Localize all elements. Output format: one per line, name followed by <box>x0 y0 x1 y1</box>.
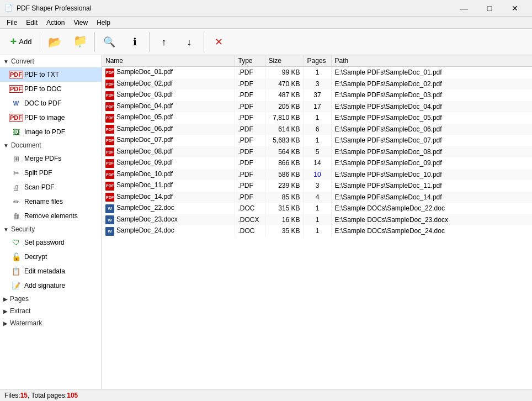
main-layout: ▼ConvertPDFPDF to TXTPDFPDF to DOCWDOC t… <box>0 55 532 389</box>
file-path-cell: E:\Sample PDFs\SampleDoc_08.pdf <box>331 146 532 158</box>
file-pages-cell: 1 <box>304 214 331 226</box>
file-size-cell: 85 KB <box>265 192 304 203</box>
split-icon: ✂ <box>11 168 21 178</box>
sidebar-item-label: Remove elements <box>24 212 78 220</box>
file-path-cell: E:\Sample PDFs\SampleDoc_07.pdf <box>331 135 532 146</box>
sort-asc-button[interactable]: ↑ <box>152 30 176 54</box>
table-row[interactable]: PDFSampleDoc_04.pdf.PDF205 KB17E:\Sample… <box>102 101 532 113</box>
file-name-cell: PDFSampleDoc_14.pdf <box>102 192 235 203</box>
sidebar-item-split-pdf[interactable]: ✂Split PDF <box>0 166 102 180</box>
sidebar-item-merge-pdfs[interactable]: ⊞Merge PDFs <box>0 151 102 166</box>
table-row[interactable]: PDFSampleDoc_06.pdf.PDF614 KB6E:\Sample … <box>102 124 532 135</box>
table-row[interactable]: WSampleDoc_24.doc.DOC35 KB1E:\Sample DOC… <box>102 225 532 237</box>
remove-icon: 🗑 <box>11 211 21 221</box>
menu-item-edit[interactable]: Edit <box>22 18 42 28</box>
table-row[interactable]: PDFSampleDoc_07.pdf.PDF5,683 KB1E:\Sampl… <box>102 135 532 146</box>
file-name: SampleDoc_05.pdf <box>116 113 173 121</box>
table-row[interactable]: WSampleDoc_22.doc.DOC315 KB1E:\Sample DO… <box>102 203 532 214</box>
sidebar-item-doc-to-pdf[interactable]: WDOC to PDF <box>0 96 102 110</box>
menu-item-file[interactable]: File <box>2 18 22 28</box>
open-folder-button[interactable]: 📂 <box>42 30 67 54</box>
table-row[interactable]: PDFSampleDoc_01.pdf.PDF99 KB1E:\Sample P… <box>102 67 532 78</box>
table-row[interactable]: PDFSampleDoc_10.pdf.PDF586 KB10E:\Sample… <box>102 169 532 181</box>
file-path-cell: E:\Sample PDFs\SampleDoc_01.pdf <box>331 67 532 78</box>
sidebar-item-pdf-to-doc[interactable]: PDFPDF to DOC <box>0 82 102 96</box>
file-type-cell: .PDF <box>235 89 265 101</box>
delete-button[interactable]: ✕ <box>206 30 231 54</box>
file-name: SampleDoc_02.pdf <box>116 80 173 87</box>
sidebar-section-convert[interactable]: ▼Convert <box>0 55 102 67</box>
sidebar-section-label: Document <box>11 141 41 149</box>
sidebar-section-pages[interactable]: ▶Pages <box>0 293 102 305</box>
table-row[interactable]: PDFSampleDoc_02.pdf.PDF470 KB3E:\Sample … <box>102 78 532 90</box>
info-button[interactable]: ℹ <box>123 30 147 54</box>
sidebar-section-label: Watermark <box>10 319 42 327</box>
sidebar-item-edit-metadata[interactable]: 📋Edit metadata <box>0 264 102 278</box>
chevron-icon: ▶ <box>3 308 8 314</box>
sidebar-item-decrypt[interactable]: 🔓Decrypt <box>0 250 102 264</box>
add-folder-button[interactable]: 📁 + <box>68 30 92 54</box>
file-type-cell: .PDF <box>235 135 265 146</box>
table-row[interactable]: PDFSampleDoc_11.pdf.PDF239 KB3E:\Sample … <box>102 180 532 192</box>
sidebar-section-label: Extract <box>10 307 30 315</box>
table-row[interactable]: PDFSampleDoc_03.pdf.PDF487 KB37E:\Sample… <box>102 89 532 101</box>
file-name-cell: PDFSampleDoc_04.pdf <box>102 101 235 113</box>
sidebar-item-pdf-to-txt[interactable]: PDFPDF to TXT <box>0 67 102 82</box>
table-row[interactable]: PDFSampleDoc_09.pdf.PDF866 KB14E:\Sample… <box>102 157 532 169</box>
file-name: SampleDoc_10.pdf <box>116 170 173 178</box>
pdf-icon: PDF <box>11 70 21 80</box>
file-path-cell: E:\Sample DOCs\SampleDoc_24.doc <box>331 225 532 237</box>
sidebar-item-scan-pdf[interactable]: 🖨Scan PDF <box>0 180 102 194</box>
file-name-cell: WSampleDoc_24.doc <box>102 225 235 237</box>
sidebar-section-label: Pages <box>10 295 29 303</box>
doc-icon: W <box>11 98 21 108</box>
sidebar-item-label: Split PDF <box>24 169 52 177</box>
toolbar-sep-3 <box>204 32 204 52</box>
toolbar-sep-0 <box>40 32 40 52</box>
file-type-cell: .PDF <box>235 78 265 90</box>
close-button[interactable]: ✕ <box>502 0 528 17</box>
file-name-cell: WSampleDoc_23.docx <box>102 214 235 226</box>
sidebar-item-set-password[interactable]: 🛡Set password <box>0 235 102 250</box>
menu-item-action[interactable]: Action <box>42 18 69 28</box>
menu-item-view[interactable]: View <box>69 18 92 28</box>
status-files-count: 15 <box>20 392 28 399</box>
sidebar-section-security[interactable]: ▼Security <box>0 223 102 235</box>
col-type-header: Type <box>235 55 265 67</box>
shield-icon: 🛡 <box>11 238 21 247</box>
chevron-icon: ▼ <box>3 59 9 65</box>
sidebar-item-image-to-pdf[interactable]: 🖼Image to PDF <box>0 125 102 139</box>
table-row[interactable]: WSampleDoc_23.docx.DOCX16 KB1E:\Sample D… <box>102 214 532 226</box>
minimize-button[interactable]: — <box>451 0 477 17</box>
sidebar-item-add-signature[interactable]: 📝Add signature <box>0 278 102 293</box>
file-pages-cell: 6 <box>304 124 331 135</box>
sidebar-section-extract[interactable]: ▶Extract <box>0 305 102 317</box>
file-size-cell: 16 KB <box>265 214 304 226</box>
file-area: Name Type Size Pages Path PDFSampleDoc_0… <box>102 55 532 389</box>
search-button[interactable]: 🔍 <box>97 30 121 54</box>
maximize-button[interactable]: □ <box>477 0 502 17</box>
sidebar-item-pdf-to-image[interactable]: PDFPDF to image <box>0 110 102 125</box>
sort-desc-button[interactable]: ↓ <box>177 30 201 54</box>
sidebar-item-rename-files[interactable]: ✏Rename files <box>0 194 102 209</box>
open-folder-icon: 📂 <box>48 36 62 48</box>
file-name: SampleDoc_09.pdf <box>116 159 173 166</box>
file-scroll[interactable]: Name Type Size Pages Path PDFSampleDoc_0… <box>102 55 532 389</box>
status-pages-count: 105 <box>67 392 78 399</box>
menu-bar: FileEditActionViewHelp <box>0 17 532 29</box>
status-files-label: Files: <box>4 392 20 399</box>
sidebar: ▼ConvertPDFPDF to TXTPDFPDF to DOCWDOC t… <box>0 55 102 389</box>
sort-desc-icon: ↓ <box>187 37 192 47</box>
sidebar-item-label: PDF to DOC <box>24 85 61 93</box>
table-row[interactable]: PDFSampleDoc_08.pdf.PDF564 KB5E:\Sample … <box>102 146 532 158</box>
file-name-cell: PDFSampleDoc_03.pdf <box>102 89 235 101</box>
sidebar-section-document[interactable]: ▼Document <box>0 139 102 151</box>
menu-item-help[interactable]: Help <box>92 18 115 28</box>
table-row[interactable]: PDFSampleDoc_05.pdf.PDF7,810 KB1E:\Sampl… <box>102 112 532 124</box>
file-name-cell: PDFSampleDoc_02.pdf <box>102 78 235 90</box>
table-row[interactable]: PDFSampleDoc_14.pdf.PDF85 KB4E:\Sample P… <box>102 192 532 203</box>
add-button[interactable]: + Add <box>4 30 38 54</box>
sidebar-section-watermark[interactable]: ▶Watermark <box>0 317 102 329</box>
file-pages-cell: 17 <box>304 101 331 113</box>
sidebar-item-remove-elements[interactable]: 🗑Remove elements <box>0 209 102 223</box>
